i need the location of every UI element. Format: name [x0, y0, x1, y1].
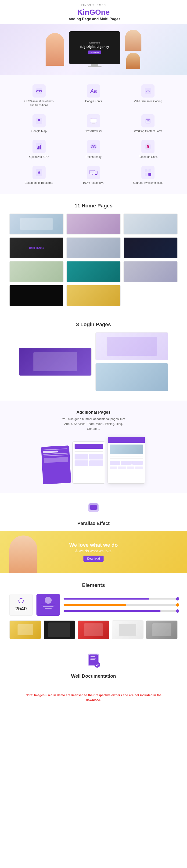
feature-google-fonts-label: Google Fonts	[85, 99, 102, 103]
hero-right-persons	[125, 30, 142, 69]
home-page-3	[123, 214, 178, 235]
parallax-bg: We love what we do & we do what we love …	[0, 531, 187, 573]
parallax-line2: & we do what we love	[69, 549, 118, 553]
slider-1-thumb[interactable]	[176, 597, 179, 600]
counter-widget: 2540	[9, 594, 33, 616]
mockup-grid-item4	[89, 460, 103, 466]
slider-2-thumb[interactable]	[176, 603, 179, 607]
mockup-icon1	[110, 466, 117, 469]
seo-icon	[32, 140, 45, 153]
svg-rect-30	[145, 169, 148, 172]
home-page-5-img	[67, 238, 120, 258]
login-pages-right	[95, 332, 168, 391]
svg-rect-40	[90, 656, 95, 657]
mockup-icon2	[118, 466, 126, 469]
product-1	[9, 620, 41, 639]
slider-2-fill	[64, 604, 126, 606]
svg-rect-42	[90, 659, 95, 660]
hero-inner: Welcome to Big Digital Agency Download	[45, 30, 142, 69]
mockup-line-1	[43, 448, 67, 451]
home-page-10	[9, 285, 64, 306]
mockup-grid-item1	[74, 454, 88, 460]
mockup-thumb1	[110, 461, 120, 465]
svg-rect-27	[90, 170, 95, 174]
home-page-6	[123, 237, 178, 258]
hero-section: Welcome to Big Digital Agency Download	[0, 24, 187, 75]
title-prefix: Kin	[77, 8, 90, 17]
note-text: Note: Images used in demo are licensed t…	[19, 693, 168, 703]
additional-title: Additional Pages	[14, 410, 173, 415]
parallax-title: Parallax Effect	[9, 521, 178, 526]
note-section: Note: Images used in demo are licensed t…	[0, 688, 187, 712]
svg-rect-36	[90, 505, 97, 510]
home-page-9-img	[124, 261, 178, 282]
sass-icon: S	[142, 140, 155, 153]
mockup-thumb3	[132, 461, 143, 465]
feature-crossbrowser: CrossBrowser	[68, 114, 118, 133]
home-page-3-img	[124, 214, 178, 234]
page-title: KinGOne	[0, 8, 187, 17]
feature-sass: S Based on Sass	[123, 140, 173, 159]
feature-bootstrap-label: Based on 4x Bootstrap	[25, 181, 53, 185]
elements-row2	[9, 620, 178, 639]
counter-number: 2540	[15, 606, 27, 612]
feature-google-map-label: Google Map	[31, 129, 46, 133]
monitor-base	[88, 66, 102, 67]
home-page-8	[66, 261, 121, 282]
additional-mockup	[14, 437, 173, 484]
hero-monitor-container: Welcome to Big Digital Agency Download	[69, 31, 120, 67]
semantic-icon: </>	[142, 85, 155, 97]
slider-3-thumb[interactable]	[176, 609, 179, 613]
svg-point-14	[145, 118, 151, 124]
feature-google-fonts: Aa Google Fonts	[68, 85, 118, 107]
brand-label: KINGS THEMES	[0, 4, 187, 6]
slider-3	[64, 610, 178, 612]
svg-rect-9	[90, 119, 97, 123]
product-3	[77, 620, 110, 639]
title-suffix: ne	[101, 8, 110, 17]
mockup-nav	[108, 437, 145, 443]
feature-css3-label: CSS3 animation effectsand transitions	[24, 99, 54, 107]
mockup-hero-img	[110, 444, 143, 454]
mockup-page-left	[41, 445, 71, 484]
slider-1-track	[64, 598, 178, 599]
parallax-download-button[interactable]: Download	[84, 556, 103, 562]
docs-section: Well Documentation	[0, 644, 187, 688]
hero-person-right-top	[125, 30, 142, 51]
svg-text:CSS: CSS	[36, 90, 42, 93]
home-page-6-img	[124, 238, 178, 258]
home-page-4-img: Dark Theme	[9, 238, 63, 258]
title-highlight: GO	[89, 8, 101, 17]
mockup-icon4	[135, 466, 143, 469]
home-page-5	[66, 237, 121, 258]
feature-google-map: Google Map	[14, 114, 64, 133]
home-pages-title: 11 Home Pages	[0, 194, 187, 214]
profile-line3	[45, 608, 52, 609]
slider-1-fill	[64, 598, 149, 599]
feature-semantic: </> Valid Semantic Coding	[123, 85, 173, 107]
svg-rect-33	[149, 173, 151, 176]
screen-cta-button[interactable]: Download	[88, 51, 101, 54]
slider-1	[64, 598, 178, 599]
mockup-grid-item3	[74, 460, 88, 466]
crossbrowser-icon	[87, 114, 100, 127]
home-page-7-img	[9, 261, 63, 282]
svg-text:B: B	[37, 170, 40, 175]
home-page-8-img	[67, 261, 120, 282]
elements-section: Elements 2540	[0, 573, 187, 644]
svg-rect-32	[145, 173, 148, 176]
mockup-page-middle	[72, 441, 105, 484]
hero-person-left	[45, 33, 64, 66]
mockup-line-r2	[110, 458, 143, 459]
mockup-header-bar	[74, 444, 103, 449]
mockup-line-m1	[74, 450, 103, 451]
parallax-line1: We love what we do	[69, 542, 118, 548]
login-page-1-img	[19, 348, 91, 376]
profile-widget	[36, 594, 60, 616]
home-page-9	[123, 261, 178, 282]
product-4-inner	[119, 624, 136, 636]
home-page-1-img	[9, 214, 63, 234]
svg-text:</>: </>	[146, 90, 150, 93]
home-page-2	[66, 214, 121, 235]
counter-icon	[18, 598, 24, 605]
